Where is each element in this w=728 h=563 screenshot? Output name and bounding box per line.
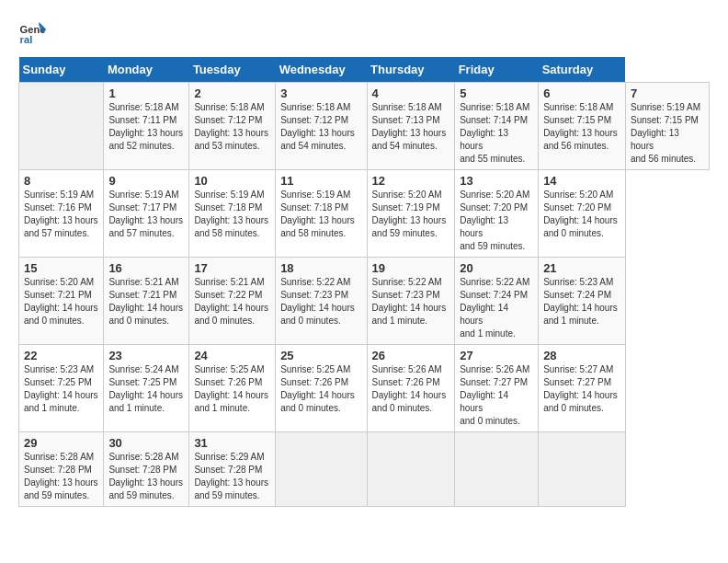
day-info: Sunrise: 5:24 AMSunset: 7:25 PMDaylight:… — [108, 363, 184, 415]
calendar-table: SundayMondayTuesdayWednesdayThursdayFrid… — [18, 57, 710, 507]
day-number: 16 — [108, 261, 184, 275]
day-info: Sunrise: 5:18 AMSunset: 7:11 PMDaylight:… — [108, 101, 184, 153]
day-info: Sunrise: 5:19 AMSunset: 7:15 PMDaylight:… — [631, 101, 704, 166]
day-info: Sunrise: 5:18 AMSunset: 7:12 PMDaylight:… — [194, 101, 270, 153]
day-info: Sunrise: 5:28 AMSunset: 7:28 PMDaylight:… — [24, 451, 98, 502]
day-number: 6 — [543, 86, 620, 100]
calendar-cell: 28Sunrise: 5:27 AMSunset: 7:27 PMDayligh… — [539, 345, 626, 432]
day-info: Sunrise: 5:20 AMSunset: 7:20 PMDaylight:… — [543, 189, 620, 240]
day-number: 14 — [543, 174, 620, 188]
week-row-2: 8Sunrise: 5:19 AMSunset: 7:16 PMDaylight… — [19, 170, 710, 258]
day-info: Sunrise: 5:23 AMSunset: 7:25 PMDaylight:… — [24, 363, 98, 415]
day-info: Sunrise: 5:20 AMSunset: 7:19 PMDaylight:… — [372, 189, 450, 240]
day-number: 31 — [194, 436, 270, 450]
day-info: Sunrise: 5:18 AMSunset: 7:13 PMDaylight:… — [372, 101, 450, 153]
day-number: 13 — [460, 174, 533, 188]
calendar-cell: 31Sunrise: 5:29 AMSunset: 7:28 PMDayligh… — [189, 432, 276, 507]
calendar-cell: 13Sunrise: 5:20 AMSunset: 7:20 PMDayligh… — [455, 170, 539, 258]
calendar-cell: 29Sunrise: 5:28 AMSunset: 7:28 PMDayligh… — [19, 432, 104, 507]
calendar-cell: 2Sunrise: 5:18 AMSunset: 7:12 PMDaylight… — [189, 83, 276, 170]
day-number: 12 — [372, 174, 450, 188]
day-number: 18 — [280, 261, 361, 275]
day-number: 26 — [372, 349, 450, 362]
day-info: Sunrise: 5:18 AMSunset: 7:14 PMDaylight:… — [460, 101, 533, 166]
day-number: 20 — [460, 261, 533, 275]
day-number: 28 — [543, 349, 620, 362]
calendar-cell: 7Sunrise: 5:19 AMSunset: 7:15 PMDaylight… — [625, 83, 709, 170]
calendar-cell: 20Sunrise: 5:22 AMSunset: 7:24 PMDayligh… — [455, 258, 539, 345]
day-number: 25 — [280, 349, 361, 362]
week-row-4: 22Sunrise: 5:23 AMSunset: 7:25 PMDayligh… — [19, 345, 710, 432]
calendar-cell: 8Sunrise: 5:19 AMSunset: 7:16 PMDaylight… — [19, 170, 104, 258]
day-info: Sunrise: 5:19 AMSunset: 7:17 PMDaylight:… — [108, 189, 184, 240]
day-number: 23 — [108, 349, 184, 362]
calendar-cell — [367, 432, 455, 507]
day-info: Sunrise: 5:21 AMSunset: 7:22 PMDaylight:… — [194, 276, 270, 327]
day-info: Sunrise: 5:19 AMSunset: 7:18 PMDaylight:… — [194, 189, 270, 240]
day-number: 2 — [194, 86, 270, 100]
calendar-body: 1Sunrise: 5:18 AMSunset: 7:11 PMDaylight… — [19, 83, 710, 507]
day-number: 9 — [108, 174, 184, 188]
calendar-cell: 18Sunrise: 5:22 AMSunset: 7:23 PMDayligh… — [276, 258, 367, 345]
calendar-cell: 14Sunrise: 5:20 AMSunset: 7:20 PMDayligh… — [539, 170, 626, 258]
calendar-cell: 1Sunrise: 5:18 AMSunset: 7:11 PMDaylight… — [104, 83, 189, 170]
day-number: 8 — [24, 174, 98, 188]
header-cell-thursday: Thursday — [367, 57, 455, 83]
header-cell-wednesday: Wednesday — [276, 57, 367, 83]
day-info: Sunrise: 5:20 AMSunset: 7:20 PMDaylight:… — [460, 189, 533, 253]
calendar-cell: 16Sunrise: 5:21 AMSunset: 7:21 PMDayligh… — [104, 258, 189, 345]
day-number: 22 — [24, 349, 98, 362]
logo-icon: Gene ral — [18, 18, 48, 48]
calendar-cell — [539, 432, 626, 507]
day-number: 4 — [372, 86, 450, 100]
calendar-cell: 25Sunrise: 5:25 AMSunset: 7:26 PMDayligh… — [276, 345, 367, 432]
calendar-cell: 6Sunrise: 5:18 AMSunset: 7:15 PMDaylight… — [539, 83, 626, 170]
calendar-cell: 12Sunrise: 5:20 AMSunset: 7:19 PMDayligh… — [367, 170, 455, 258]
day-info: Sunrise: 5:20 AMSunset: 7:21 PMDaylight:… — [24, 276, 98, 327]
week-row-5: 29Sunrise: 5:28 AMSunset: 7:28 PMDayligh… — [19, 432, 710, 507]
day-info: Sunrise: 5:18 AMSunset: 7:15 PMDaylight:… — [543, 101, 620, 153]
day-info: Sunrise: 5:22 AMSunset: 7:23 PMDaylight:… — [372, 276, 450, 327]
calendar-cell: 3Sunrise: 5:18 AMSunset: 7:12 PMDaylight… — [276, 83, 367, 170]
calendar-cell: 21Sunrise: 5:23 AMSunset: 7:24 PMDayligh… — [539, 258, 626, 345]
week-row-1: 1Sunrise: 5:18 AMSunset: 7:11 PMDaylight… — [19, 83, 710, 170]
calendar-cell: 27Sunrise: 5:26 AMSunset: 7:27 PMDayligh… — [455, 345, 539, 432]
day-number: 3 — [280, 86, 361, 100]
day-info: Sunrise: 5:26 AMSunset: 7:26 PMDaylight:… — [372, 363, 450, 415]
day-number: 29 — [24, 436, 98, 450]
day-info: Sunrise: 5:22 AMSunset: 7:23 PMDaylight:… — [280, 276, 361, 327]
calendar-cell: 24Sunrise: 5:25 AMSunset: 7:26 PMDayligh… — [189, 345, 276, 432]
calendar-cell: 9Sunrise: 5:19 AMSunset: 7:17 PMDaylight… — [104, 170, 189, 258]
svg-text:ral: ral — [20, 34, 33, 45]
calendar-cell: 17Sunrise: 5:21 AMSunset: 7:22 PMDayligh… — [189, 258, 276, 345]
day-number: 24 — [194, 349, 270, 362]
day-info: Sunrise: 5:18 AMSunset: 7:12 PMDaylight:… — [280, 101, 361, 153]
calendar-cell: 5Sunrise: 5:18 AMSunset: 7:14 PMDaylight… — [455, 83, 539, 170]
day-info: Sunrise: 5:23 AMSunset: 7:24 PMDaylight:… — [543, 276, 620, 327]
logo: Gene ral — [18, 18, 53, 48]
day-number: 7 — [631, 86, 704, 100]
day-info: Sunrise: 5:26 AMSunset: 7:27 PMDaylight:… — [460, 363, 533, 428]
day-info: Sunrise: 5:25 AMSunset: 7:26 PMDaylight:… — [280, 363, 361, 415]
day-info: Sunrise: 5:25 AMSunset: 7:26 PMDaylight:… — [194, 363, 270, 415]
header-cell-monday: Monday — [104, 57, 189, 83]
day-number: 19 — [372, 261, 450, 275]
calendar-cell: 22Sunrise: 5:23 AMSunset: 7:25 PMDayligh… — [19, 345, 104, 432]
calendar-cell: 10Sunrise: 5:19 AMSunset: 7:18 PMDayligh… — [189, 170, 276, 258]
day-number: 30 — [108, 436, 184, 450]
day-info: Sunrise: 5:19 AMSunset: 7:18 PMDaylight:… — [280, 189, 361, 240]
calendar-cell: 30Sunrise: 5:28 AMSunset: 7:28 PMDayligh… — [104, 432, 189, 507]
day-number: 1 — [108, 86, 184, 100]
header-cell-saturday: Saturday — [539, 57, 626, 83]
day-info: Sunrise: 5:27 AMSunset: 7:27 PMDaylight:… — [543, 363, 620, 415]
week-row-3: 15Sunrise: 5:20 AMSunset: 7:21 PMDayligh… — [19, 258, 710, 345]
day-number: 17 — [194, 261, 270, 275]
calendar-cell: 11Sunrise: 5:19 AMSunset: 7:18 PMDayligh… — [276, 170, 367, 258]
calendar-cell: 19Sunrise: 5:22 AMSunset: 7:23 PMDayligh… — [367, 258, 455, 345]
day-info: Sunrise: 5:21 AMSunset: 7:21 PMDaylight:… — [108, 276, 184, 327]
day-number: 15 — [24, 261, 98, 275]
header-cell-tuesday: Tuesday — [189, 57, 276, 83]
header-cell-friday: Friday — [455, 57, 539, 83]
day-info: Sunrise: 5:19 AMSunset: 7:16 PMDaylight:… — [24, 189, 98, 240]
day-number: 10 — [194, 174, 270, 188]
